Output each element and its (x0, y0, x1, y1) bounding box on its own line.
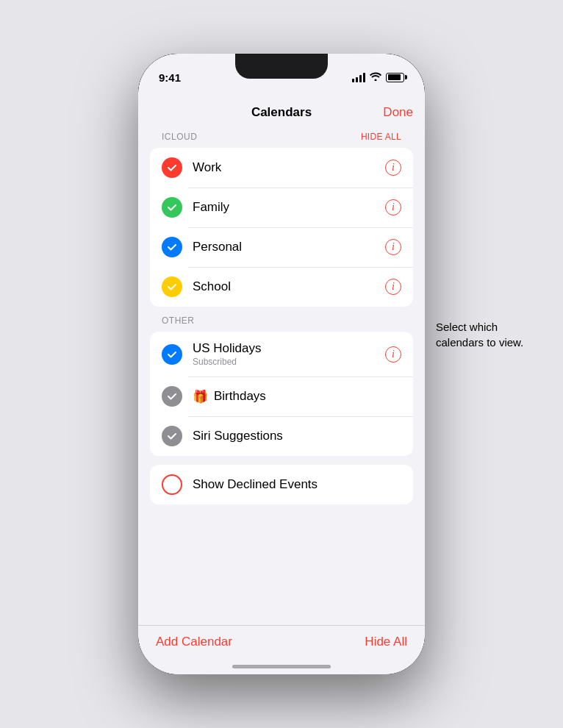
work-check-circle[interactable] (162, 157, 182, 178)
icloud-hide-all-button[interactable]: HIDE ALL (361, 132, 401, 142)
phone-screen: 9:41 (138, 54, 425, 674)
scroll-container[interactable]: Calendars Done ICLOUD HIDE ALL (138, 90, 425, 633)
nav-header: Calendars Done (150, 96, 413, 132)
icloud-section-label: ICLOUD (162, 132, 197, 142)
list-item[interactable]: School i (150, 267, 413, 307)
other-section-header: OTHER (150, 315, 413, 332)
personal-item-content: Personal (193, 240, 385, 254)
home-indicator (232, 665, 331, 668)
siri-suggestions-check-circle[interactable] (162, 426, 182, 446)
siri-suggestions-label: Siri Suggestions (193, 429, 401, 443)
family-info-button[interactable]: i (385, 199, 401, 215)
wifi-icon (370, 71, 381, 83)
personal-label: Personal (193, 240, 385, 254)
birthdays-item-content: 🎁 Birthdays (193, 389, 401, 404)
school-info-button[interactable]: i (385, 279, 401, 295)
show-declined-item[interactable]: Show Declined Events (150, 465, 413, 504)
done-button[interactable]: Done (383, 105, 413, 120)
other-card: US Holidays Subscribed i 🎁 (150, 332, 413, 456)
battery-icon (386, 73, 404, 82)
personal-check-circle[interactable] (162, 237, 182, 257)
other-section-label: OTHER (162, 315, 195, 326)
signal-bars-icon (352, 73, 365, 82)
show-declined-section: Show Declined Events (150, 465, 413, 504)
show-declined-toggle[interactable] (162, 474, 182, 495)
us-holidays-item-content: US Holidays Subscribed (193, 341, 385, 367)
personal-info-button[interactable]: i (385, 239, 401, 255)
icloud-card: Work i Family i (150, 148, 413, 307)
status-time: 9:41 (159, 71, 181, 84)
birthdays-label: Birthdays (214, 389, 266, 404)
work-info-button[interactable]: i (385, 160, 401, 176)
us-holidays-label: US Holidays (193, 341, 385, 356)
work-label: Work (193, 160, 385, 175)
us-holidays-subtitle: Subscribed (193, 357, 385, 367)
phone-frame: 9:41 (138, 54, 425, 674)
list-item[interactable]: Personal i (150, 227, 413, 267)
hide-all-button[interactable]: Hide All (365, 635, 407, 649)
siri-suggestions-item-content: Siri Suggestions (193, 429, 401, 443)
list-item[interactable]: 🎁 Birthdays (150, 377, 413, 416)
show-declined-label: Show Declined Events (193, 477, 401, 492)
main-content: Calendars Done ICLOUD HIDE ALL (138, 90, 425, 633)
list-item[interactable]: Work i (150, 148, 413, 188)
us-holidays-check-circle[interactable] (162, 344, 182, 365)
tooltip: Select which calendars to view. (436, 319, 539, 350)
add-calendar-button[interactable]: Add Calendar (156, 635, 232, 649)
show-declined-content: Show Declined Events (193, 477, 401, 492)
list-item[interactable]: Family i (150, 188, 413, 227)
school-item-content: School (193, 279, 385, 294)
school-label: School (193, 279, 385, 294)
work-item-content: Work (193, 160, 385, 175)
school-check-circle[interactable] (162, 276, 182, 297)
birthdays-check-circle[interactable] (162, 386, 182, 407)
us-holidays-info-button[interactable]: i (385, 346, 401, 363)
show-declined-card: Show Declined Events (150, 465, 413, 504)
family-label: Family (193, 200, 385, 215)
tooltip-text: Select which calendars to view. (436, 321, 523, 349)
notch (235, 54, 328, 79)
list-item[interactable]: US Holidays Subscribed i (150, 332, 413, 377)
list-item[interactable]: Siri Suggestions (150, 416, 413, 456)
family-item-content: Family (193, 200, 385, 215)
status-icons (352, 71, 404, 83)
gift-icon: 🎁 (193, 389, 208, 404)
icloud-section-header: ICLOUD HIDE ALL (150, 132, 413, 148)
other-section: OTHER US Holidays Subscribed (150, 315, 413, 456)
family-check-circle[interactable] (162, 197, 182, 218)
icloud-section: ICLOUD HIDE ALL Work i (150, 132, 413, 307)
page-title: Calendars (251, 105, 312, 120)
